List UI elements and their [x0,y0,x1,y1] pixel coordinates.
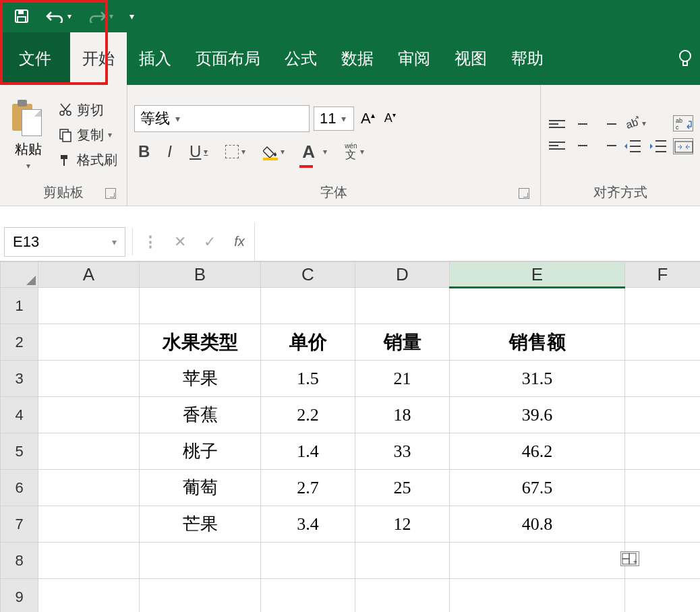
border-icon [225,145,239,158]
cell[interactable]: 销售额 [450,324,625,361]
row-header[interactable]: 7 [1,506,38,543]
col-header-D[interactable]: D [355,262,450,288]
format-painter-button[interactable]: 格式刷 [55,150,120,171]
wrap-text-icon[interactable]: abc [673,115,693,131]
save-icon[interactable] [13,8,30,24]
row-header[interactable]: 8 [1,543,38,579]
font-size-combo[interactable]: 11▾ [314,106,354,131]
fx-icon[interactable]: fx [225,234,254,249]
align-right-icon[interactable] [599,138,618,153]
row-header[interactable]: 6 [1,470,38,506]
group-label-font: 字体 [320,185,347,200]
row-header[interactable]: 1 [1,288,38,324]
tab-layout[interactable]: 页面布局 [183,32,272,85]
col-header-A[interactable]: A [38,262,140,288]
increase-font-icon[interactable]: A▴ [358,107,378,130]
bold-button[interactable]: B [134,140,154,164]
redo-icon[interactable]: ▾ [88,9,113,23]
tab-data[interactable]: 数据 [329,32,386,85]
decrease-font-icon[interactable]: A▾ [382,109,399,128]
font-launcher[interactable] [519,188,529,199]
cell[interactable]: 46.2 [450,433,625,470]
row-header[interactable]: 5 [1,433,38,470]
cell[interactable]: 2.7 [261,470,355,506]
tell-me-icon[interactable] [677,49,700,68]
merge-cells-icon[interactable] [673,138,693,154]
italic-button[interactable]: I [163,140,176,164]
select-all-corner[interactable] [1,262,38,288]
copy-icon [58,127,73,142]
paste-icon [12,100,45,137]
row-header[interactable]: 4 [1,397,38,433]
cell[interactable]: 葡萄 [140,470,261,506]
clipboard-launcher[interactable] [105,188,116,199]
cell[interactable]: 水果类型 [140,324,261,361]
cell[interactable]: 销量 [355,324,450,361]
tab-formula[interactable]: 公式 [272,32,329,85]
cell[interactable]: 1.5 [261,361,355,397]
tab-help[interactable]: 帮助 [499,32,556,85]
cancel-icon[interactable]: ✕ [165,233,195,251]
cell[interactable]: 桃子 [140,433,261,470]
undo-icon[interactable]: ▾ [46,9,71,23]
increase-indent-icon[interactable] [649,138,668,154]
border-button[interactable]: ▾ [221,142,250,161]
cell[interactable]: 40.8 [450,506,625,543]
cell[interactable]: 单价 [261,324,355,361]
smart-tag-icon[interactable]: + [620,551,639,566]
row-header[interactable]: 3 [1,361,38,397]
copy-button[interactable]: 复制 ▾ [55,125,120,146]
name-box[interactable]: E13▾ [4,227,125,257]
enter-icon[interactable]: ✓ [195,233,225,251]
align-top-icon[interactable] [548,117,566,131]
phonetic-button[interactable]: wén文▾ [341,140,368,163]
underline-button[interactable]: U▾ [185,140,212,164]
cell[interactable]: 12 [355,506,450,543]
align-middle-icon[interactable] [573,117,592,131]
cell[interactable]: 33 [355,433,450,470]
cell[interactable]: 3.4 [261,506,355,543]
font-color-button[interactable]: A▾ [298,139,331,165]
cell[interactable]: 18 [355,397,450,433]
cell[interactable]: 39.6 [450,397,625,433]
cell[interactable]: 香蕉 [140,397,261,433]
tab-view[interactable]: 视图 [442,32,499,85]
align-bottom-icon[interactable] [599,117,618,131]
svg-text:+: + [633,558,637,565]
cell[interactable]: 1.4 [261,433,355,470]
svg-rect-10 [63,132,71,142]
tab-home[interactable]: 开始 [70,32,127,85]
tab-insert[interactable]: 插入 [127,32,183,85]
font-name-combo[interactable]: 等线▾ [134,105,310,132]
paste-button[interactable]: 粘贴 ▾ [7,97,50,173]
cell[interactable]: 21 [355,361,450,397]
row-header[interactable]: 9 [1,579,38,613]
orientation-button[interactable]: ab ▾ [623,115,668,131]
svg-rect-1 [18,10,24,14]
fill-color-button[interactable]: ▾ [259,143,289,160]
customize-qat-icon[interactable]: ▾ [129,11,134,22]
decrease-indent-icon[interactable] [623,138,642,154]
ribbon-tabs: 文件 开始 插入 页面布局 公式 数据 审阅 视图 帮助 [0,32,700,85]
spreadsheet-grid[interactable]: A B C D E F 1 2 水果类型 单价 销量 销售额 3 苹果 1.5 … [0,262,700,612]
svg-rect-4 [683,61,687,65]
cell[interactable]: 31.5 [450,361,625,397]
col-header-C[interactable]: C [261,262,355,288]
cell[interactable]: 67.5 [450,470,625,506]
fill-icon [263,146,278,158]
col-header-B[interactable]: B [140,262,261,288]
align-left-icon[interactable] [548,138,566,153]
cell[interactable]: 芒果 [140,506,261,543]
scissors-icon [58,102,73,117]
align-center-icon[interactable] [573,138,592,153]
tab-file[interactable]: 文件 [0,32,70,85]
row-header[interactable]: 2 [1,324,38,361]
cell[interactable]: 2.2 [261,397,355,433]
formula-input[interactable] [254,222,700,261]
tab-review[interactable]: 审阅 [386,32,442,85]
cell[interactable]: 25 [355,470,450,506]
col-header-F[interactable]: F [625,262,701,288]
cut-button[interactable]: 剪切 [55,100,120,121]
cell[interactable]: 苹果 [140,361,261,397]
col-header-E[interactable]: E [450,262,625,288]
